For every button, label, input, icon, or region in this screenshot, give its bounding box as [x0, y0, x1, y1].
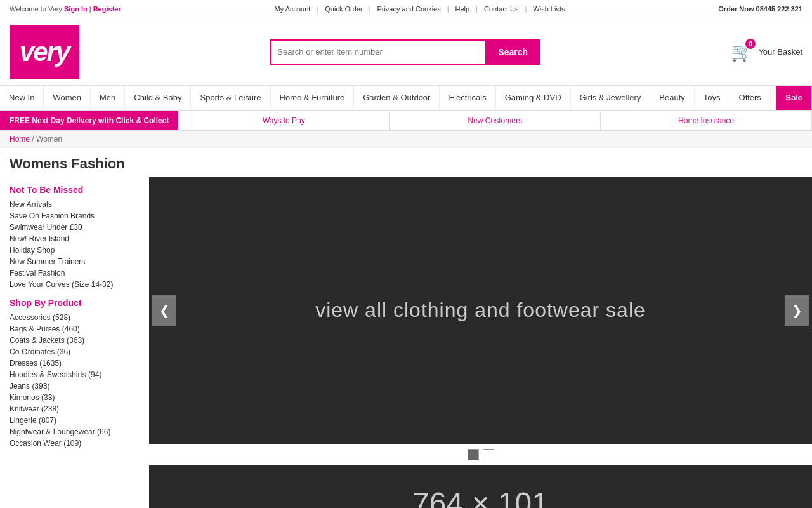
- nav-garden-outdoor[interactable]: Garden & Outdoor: [354, 86, 440, 110]
- sidebar-bags-purses[interactable]: Bags & Purses (460): [10, 323, 136, 335]
- search-area: Search: [92, 39, 718, 65]
- sidebar-swimwear[interactable]: Swimwear Under £30: [10, 222, 136, 233]
- breadcrumb-current: Women: [36, 135, 62, 144]
- slider-dots: [149, 449, 812, 460]
- sidebar-co-ordinates[interactable]: Co-Ordinates (36): [10, 346, 136, 358]
- slider-next-button[interactable]: ❯: [785, 295, 809, 326]
- top-bar: Welcome to Very Sign In | Register My Ac…: [0, 0, 812, 18]
- welcome-text: Welcome to Very: [10, 5, 62, 13]
- basket-area[interactable]: 🛒 0 Your Basket: [731, 41, 802, 62]
- nav-child-baby[interactable]: Child & Baby: [125, 86, 191, 110]
- content-area: ❮ view all clothing and footwear sale ❯ …: [143, 177, 812, 508]
- help-link[interactable]: Help: [455, 5, 470, 13]
- nav-sale[interactable]: Sale: [776, 86, 812, 110]
- sidebar-save-fashion-brands[interactable]: Save On Fashion Brands: [10, 210, 136, 222]
- slider-dot-2[interactable]: [483, 449, 494, 460]
- sidebar-festival-fashion[interactable]: Festival Fashion: [10, 267, 136, 279]
- breadcrumb: Home / Women: [0, 131, 812, 148]
- sidebar-coats-jackets[interactable]: Coats & Jackets (363): [10, 335, 136, 346]
- promo-new-customers[interactable]: New Customers: [390, 111, 601, 130]
- promo-bar: FREE Next Day Delivery with Click & Coll…: [0, 111, 812, 131]
- quick-order-link[interactable]: Quick Order: [325, 5, 362, 13]
- sidebar-holiday-shop[interactable]: Holiday Shop: [10, 244, 136, 256]
- basket-label: Your Basket: [758, 47, 802, 57]
- logo-text: very: [20, 37, 69, 67]
- order-phone: Order Now 08445 222 321: [718, 5, 802, 13]
- welcome-message: Welcome to Very Sign In | Register: [10, 5, 121, 13]
- second-banner-text: 764 × 101: [412, 486, 549, 508]
- promo-ways-to-pay[interactable]: Ways to Pay: [178, 111, 390, 130]
- sidebar-summer-trainers[interactable]: New Summer Trainers: [10, 256, 136, 267]
- nav-women[interactable]: Women: [44, 86, 91, 110]
- search-input[interactable]: [270, 39, 485, 65]
- nav-sports-leisure[interactable]: Sports & Leisure: [191, 86, 270, 110]
- sidebar-occasion-wear[interactable]: Occasion Wear (109): [10, 438, 136, 449]
- slider-prev-button[interactable]: ❮: [152, 295, 176, 326]
- wish-lists-link[interactable]: Wish Lists: [533, 5, 565, 13]
- page-title: Womens Fashion: [0, 148, 812, 177]
- not-to-be-missed-title: Not To Be Missed: [10, 185, 136, 195]
- nav-electricals[interactable]: Electricals: [440, 86, 495, 110]
- nav-girls-jewellery[interactable]: Girls & Jewellery: [571, 86, 651, 110]
- breadcrumb-home[interactable]: Home: [10, 135, 30, 144]
- search-button[interactable]: Search: [485, 39, 540, 65]
- basket-icon-wrap: 🛒 0: [731, 41, 753, 62]
- main-content: Not To Be Missed New Arrivals Save On Fa…: [0, 177, 812, 508]
- logo-search-row: very Search 🛒 0 Your Basket: [0, 18, 812, 85]
- main-slider: ❮ view all clothing and footwear sale ❯: [149, 177, 812, 444]
- sidebar-knitwear[interactable]: Knitwear (238): [10, 403, 136, 415]
- sidebar: Not To Be Missed New Arrivals Save On Fa…: [10, 177, 143, 508]
- nav-toys[interactable]: Toys: [695, 86, 730, 110]
- basket-count: 0: [745, 39, 756, 49]
- nav-gaming-dvd[interactable]: Gaming & DVD: [496, 86, 571, 110]
- promo-free-delivery[interactable]: FREE Next Day Delivery with Click & Coll…: [0, 111, 178, 130]
- slider-text: view all clothing and footwear sale: [315, 298, 646, 322]
- promo-home-insurance[interactable]: Home Insurance: [601, 111, 812, 130]
- nav-new-in[interactable]: New In: [0, 86, 44, 110]
- sidebar-dresses[interactable]: Dresses (1635): [10, 358, 136, 369]
- contact-us-link[interactable]: Contact Us: [484, 5, 518, 13]
- sidebar-love-your-curves[interactable]: Love Your Curves (Size 14-32): [10, 279, 136, 290]
- sidebar-hoodies[interactable]: Hoodies & Sweatshirts (94): [10, 369, 136, 380]
- sidebar-jeans[interactable]: Jeans (393): [10, 380, 136, 392]
- site-logo[interactable]: very: [10, 25, 79, 79]
- sidebar-accessories[interactable]: Accessories (528): [10, 312, 136, 323]
- sidebar-lingerie[interactable]: Lingerie (807): [10, 415, 136, 426]
- slider-dot-1[interactable]: [468, 449, 479, 460]
- top-nav-links: My Account | Quick Order | Privacy and C…: [275, 5, 565, 13]
- nav-men[interactable]: Men: [91, 86, 125, 110]
- sign-in-link[interactable]: Sign In: [64, 5, 88, 13]
- sidebar-new-arrivals[interactable]: New Arrivals: [10, 199, 136, 210]
- nav-home-furniture[interactable]: Home & Furniture: [271, 86, 355, 110]
- sidebar-kimonos[interactable]: Kimonos (33): [10, 392, 136, 403]
- sidebar-nightwear[interactable]: Nightwear & Loungewear (66): [10, 426, 136, 438]
- register-link[interactable]: Register: [93, 5, 121, 13]
- nav-beauty[interactable]: Beauty: [650, 86, 694, 110]
- my-account-link[interactable]: My Account: [275, 5, 311, 13]
- sidebar-river-island[interactable]: New! River Island: [10, 233, 136, 244]
- main-nav: New In Women Men Child & Baby Sports & L…: [0, 85, 812, 111]
- second-banner: 764 × 101: [149, 465, 812, 508]
- nav-offers[interactable]: Offers: [730, 86, 771, 110]
- privacy-cookies-link[interactable]: Privacy and Cookies: [377, 5, 440, 13]
- shop-by-product-title: Shop By Product: [10, 298, 136, 308]
